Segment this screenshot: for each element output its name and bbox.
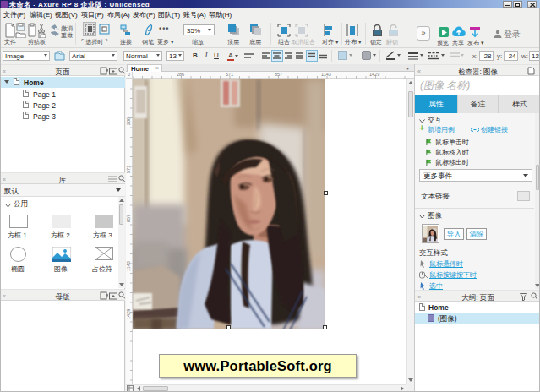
svg-text:286: 286 <box>177 72 184 77</box>
svg-text:286: 286 <box>126 117 131 125</box>
svg-text:1143: 1143 <box>321 72 331 77</box>
svg-text:1429: 1429 <box>369 72 379 77</box>
svg-text:571: 571 <box>126 166 131 173</box>
svg-text:857: 857 <box>275 72 282 77</box>
svg-text:1143: 1143 <box>126 261 131 271</box>
svg-text:1429: 1429 <box>126 309 131 319</box>
svg-text:571: 571 <box>226 72 233 77</box>
svg-text:857: 857 <box>126 215 131 222</box>
